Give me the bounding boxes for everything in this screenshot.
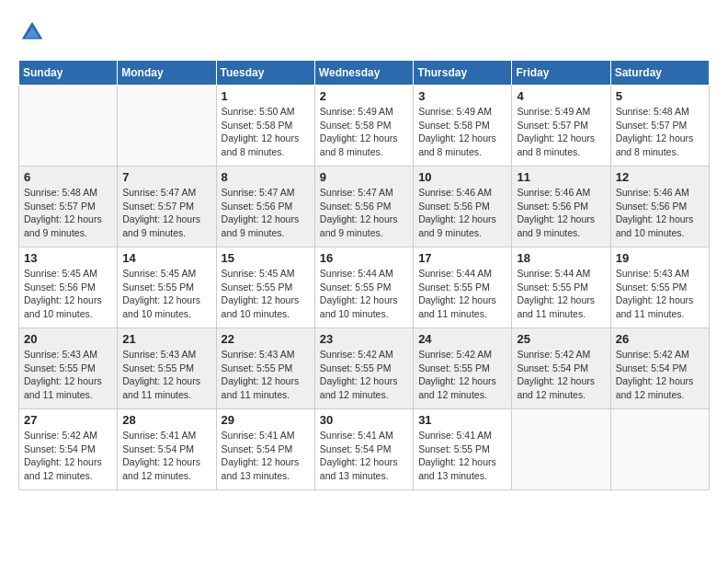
calendar-cell: [19, 86, 118, 167]
day-number: 3: [418, 89, 506, 103]
day-number: 24: [418, 332, 506, 346]
day-info: Sunrise: 5:42 AM Sunset: 5:55 PM Dayligh…: [320, 348, 408, 402]
day-number: 5: [616, 89, 704, 103]
day-number: 8: [222, 170, 310, 184]
day-number: 27: [24, 413, 112, 427]
day-info: Sunrise: 5:47 AM Sunset: 5:56 PM Dayligh…: [320, 186, 408, 240]
calendar-cell: 30Sunrise: 5:41 AM Sunset: 5:54 PM Dayli…: [314, 409, 413, 490]
logo-icon: [18, 18, 46, 46]
weekday-wednesday: Wednesday: [314, 61, 413, 86]
calendar-week-5: 27Sunrise: 5:42 AM Sunset: 5:54 PM Dayli…: [19, 409, 710, 490]
day-number: 18: [517, 251, 605, 265]
weekday-sunday: Sunday: [19, 61, 118, 86]
day-number: 19: [616, 251, 704, 265]
day-number: 25: [517, 332, 605, 346]
weekday-friday: Friday: [512, 61, 610, 86]
calendar-cell: 10Sunrise: 5:46 AM Sunset: 5:56 PM Dayli…: [414, 167, 512, 247]
calendar-cell: 16Sunrise: 5:44 AM Sunset: 5:55 PM Dayli…: [314, 247, 413, 328]
calendar-cell: 26Sunrise: 5:42 AM Sunset: 5:54 PM Dayli…: [610, 328, 709, 409]
calendar-cell: 11Sunrise: 5:46 AM Sunset: 5:56 PM Dayli…: [512, 167, 610, 247]
day-number: 2: [320, 89, 408, 103]
day-number: 29: [222, 413, 310, 427]
day-number: 1: [222, 89, 310, 103]
calendar-cell: 28Sunrise: 5:41 AM Sunset: 5:54 PM Dayli…: [118, 409, 216, 490]
weekday-monday: Monday: [118, 61, 216, 86]
day-info: Sunrise: 5:41 AM Sunset: 5:54 PM Dayligh…: [122, 429, 210, 483]
day-info: Sunrise: 5:46 AM Sunset: 5:56 PM Dayligh…: [616, 186, 704, 240]
day-number: 15: [222, 251, 310, 265]
calendar-cell: 31Sunrise: 5:41 AM Sunset: 5:55 PM Dayli…: [414, 409, 512, 490]
day-info: Sunrise: 5:41 AM Sunset: 5:55 PM Dayligh…: [418, 429, 506, 483]
day-number: 12: [616, 170, 704, 184]
calendar-cell: [610, 409, 709, 490]
day-info: Sunrise: 5:43 AM Sunset: 5:55 PM Dayligh…: [616, 267, 704, 321]
day-number: 30: [320, 413, 408, 427]
day-info: Sunrise: 5:46 AM Sunset: 5:56 PM Dayligh…: [517, 186, 605, 240]
day-number: 31: [418, 413, 506, 427]
day-number: 11: [517, 170, 605, 184]
logo: [18, 18, 50, 46]
calendar-cell: 9Sunrise: 5:47 AM Sunset: 5:56 PM Daylig…: [314, 167, 413, 247]
calendar-cell: 29Sunrise: 5:41 AM Sunset: 5:54 PM Dayli…: [216, 409, 314, 490]
calendar-cell: [512, 409, 610, 490]
calendar-cell: 20Sunrise: 5:43 AM Sunset: 5:55 PM Dayli…: [19, 328, 118, 409]
weekday-thursday: Thursday: [414, 61, 512, 86]
calendar-cell: 2Sunrise: 5:49 AM Sunset: 5:58 PM Daylig…: [314, 86, 413, 167]
calendar-cell: 12Sunrise: 5:46 AM Sunset: 5:56 PM Dayli…: [610, 167, 709, 247]
day-number: 28: [122, 413, 210, 427]
weekday-tuesday: Tuesday: [216, 61, 314, 86]
day-number: 20: [24, 332, 112, 346]
day-info: Sunrise: 5:48 AM Sunset: 5:57 PM Dayligh…: [24, 186, 112, 240]
day-number: 16: [320, 251, 408, 265]
calendar-cell: 15Sunrise: 5:45 AM Sunset: 5:55 PM Dayli…: [216, 247, 314, 328]
calendar-cell: 13Sunrise: 5:45 AM Sunset: 5:56 PM Dayli…: [19, 247, 118, 328]
day-info: Sunrise: 5:41 AM Sunset: 5:54 PM Dayligh…: [320, 429, 408, 483]
day-number: 14: [122, 251, 210, 265]
calendar-table: SundayMondayTuesdayWednesdayThursdayFrid…: [18, 60, 710, 490]
calendar-week-1: 1Sunrise: 5:50 AM Sunset: 5:58 PM Daylig…: [19, 86, 710, 167]
day-info: Sunrise: 5:43 AM Sunset: 5:55 PM Dayligh…: [122, 348, 210, 402]
day-number: 4: [517, 89, 605, 103]
day-info: Sunrise: 5:42 AM Sunset: 5:54 PM Dayligh…: [616, 348, 704, 402]
day-number: 17: [418, 251, 506, 265]
day-info: Sunrise: 5:50 AM Sunset: 5:58 PM Dayligh…: [222, 105, 310, 159]
calendar-cell: 17Sunrise: 5:44 AM Sunset: 5:55 PM Dayli…: [414, 247, 512, 328]
day-info: Sunrise: 5:49 AM Sunset: 5:58 PM Dayligh…: [320, 105, 408, 159]
day-info: Sunrise: 5:48 AM Sunset: 5:57 PM Dayligh…: [616, 105, 704, 159]
weekday-header-row: SundayMondayTuesdayWednesdayThursdayFrid…: [19, 61, 710, 86]
calendar-week-4: 20Sunrise: 5:43 AM Sunset: 5:55 PM Dayli…: [19, 328, 710, 409]
calendar-cell: 22Sunrise: 5:43 AM Sunset: 5:55 PM Dayli…: [216, 328, 314, 409]
calendar-cell: 19Sunrise: 5:43 AM Sunset: 5:55 PM Dayli…: [610, 247, 709, 328]
day-info: Sunrise: 5:42 AM Sunset: 5:54 PM Dayligh…: [24, 429, 112, 483]
calendar-cell: 24Sunrise: 5:42 AM Sunset: 5:55 PM Dayli…: [414, 328, 512, 409]
day-info: Sunrise: 5:43 AM Sunset: 5:55 PM Dayligh…: [222, 348, 310, 402]
day-info: Sunrise: 5:44 AM Sunset: 5:55 PM Dayligh…: [320, 267, 408, 321]
weekday-saturday: Saturday: [610, 61, 709, 86]
day-number: 7: [122, 170, 210, 184]
calendar-cell: 7Sunrise: 5:47 AM Sunset: 5:57 PM Daylig…: [118, 167, 216, 247]
calendar-cell: 27Sunrise: 5:42 AM Sunset: 5:54 PM Dayli…: [19, 409, 118, 490]
calendar-cell: 21Sunrise: 5:43 AM Sunset: 5:55 PM Dayli…: [118, 328, 216, 409]
day-info: Sunrise: 5:41 AM Sunset: 5:54 PM Dayligh…: [222, 429, 310, 483]
day-number: 6: [24, 170, 112, 184]
day-info: Sunrise: 5:45 AM Sunset: 5:55 PM Dayligh…: [222, 267, 310, 321]
day-info: Sunrise: 5:44 AM Sunset: 5:55 PM Dayligh…: [418, 267, 506, 321]
calendar-cell: 8Sunrise: 5:47 AM Sunset: 5:56 PM Daylig…: [216, 167, 314, 247]
day-info: Sunrise: 5:42 AM Sunset: 5:55 PM Dayligh…: [418, 348, 506, 402]
day-info: Sunrise: 5:49 AM Sunset: 5:57 PM Dayligh…: [517, 105, 605, 159]
calendar-cell: 3Sunrise: 5:49 AM Sunset: 5:58 PM Daylig…: [414, 86, 512, 167]
calendar-cell: [118, 86, 216, 167]
day-info: Sunrise: 5:47 AM Sunset: 5:56 PM Dayligh…: [222, 186, 310, 240]
day-info: Sunrise: 5:45 AM Sunset: 5:56 PM Dayligh…: [24, 267, 112, 321]
calendar-cell: 23Sunrise: 5:42 AM Sunset: 5:55 PM Dayli…: [314, 328, 413, 409]
day-info: Sunrise: 5:42 AM Sunset: 5:54 PM Dayligh…: [517, 348, 605, 402]
day-info: Sunrise: 5:49 AM Sunset: 5:58 PM Dayligh…: [418, 105, 506, 159]
day-info: Sunrise: 5:43 AM Sunset: 5:55 PM Dayligh…: [24, 348, 112, 402]
page-header: [18, 18, 710, 46]
calendar-cell: 18Sunrise: 5:44 AM Sunset: 5:55 PM Dayli…: [512, 247, 610, 328]
day-number: 10: [418, 170, 506, 184]
calendar-week-3: 13Sunrise: 5:45 AM Sunset: 5:56 PM Dayli…: [19, 247, 710, 328]
day-number: 26: [616, 332, 704, 346]
calendar-body: 1Sunrise: 5:50 AM Sunset: 5:58 PM Daylig…: [19, 86, 710, 490]
day-info: Sunrise: 5:46 AM Sunset: 5:56 PM Dayligh…: [418, 186, 506, 240]
